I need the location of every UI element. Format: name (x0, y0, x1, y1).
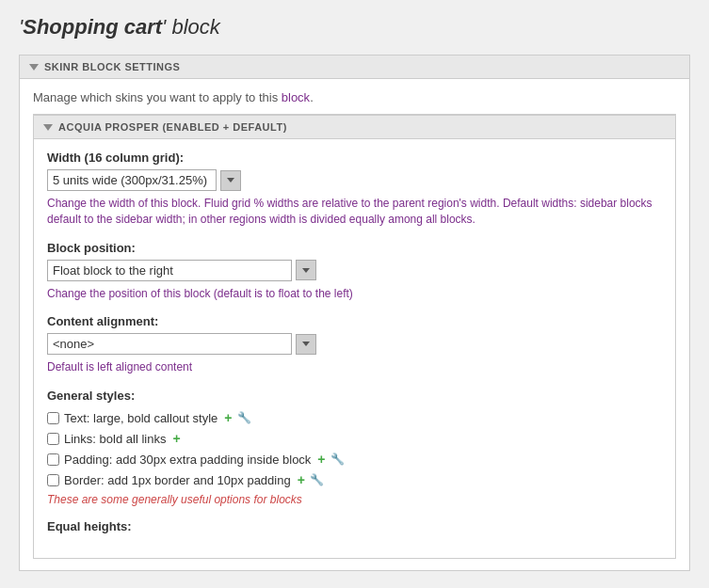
equal-heights-group: Equal heights: (47, 519, 662, 533)
skinr-section-panel: Skinr Block Settings Manage which skins … (19, 55, 690, 571)
general-styles-label: General styles: (47, 389, 662, 403)
width-hint: Change the width of this block. Fluid gr… (47, 196, 662, 228)
general-styles-group: General styles: Text: large, bold callou… (47, 389, 662, 506)
manage-text-after: . (310, 90, 314, 104)
skinr-section-body: Manage which skins you want to apply to … (20, 79, 689, 570)
manage-text-before: Manage which skins you want to apply to … (33, 90, 282, 104)
content-alignment-label: Content alignment: (47, 314, 662, 328)
links-style-checkbox[interactable] (47, 433, 59, 445)
manage-block-link[interactable]: block (282, 90, 310, 104)
list-item: Links: bold all links + (47, 431, 662, 446)
block-position-hint: Change the position of this block (defau… (47, 286, 662, 302)
acquia-section-panel: Acquia Prosper (Enabled + Default) Width… (33, 114, 676, 559)
skinr-section-title: Skinr Block Settings (44, 61, 180, 72)
links-style-plus-icon[interactable]: + (172, 431, 180, 446)
content-alignment-select-arrow[interactable] (296, 334, 316, 355)
text-style-wrench-icon[interactable]: 🔧 (237, 411, 251, 424)
width-label: Width (16 column grid): (47, 151, 662, 165)
padding-style-checkbox[interactable] (47, 453, 59, 466)
border-style-checkbox[interactable] (47, 474, 59, 486)
generally-useful-text: These are some generally useful options … (47, 493, 662, 506)
padding-style-label: Padding: add 30px extra padding inside b… (64, 453, 311, 467)
page-title-bold: Shopping cart (23, 15, 162, 39)
content-alignment-field-group: Content alignment: <none> Default is lef… (47, 314, 662, 375)
acquia-collapse-icon[interactable] (43, 124, 53, 131)
page-container: 'Shopping cart' block Skinr Block Settin… (0, 0, 709, 586)
block-position-field-group: Block position: Float block to the right… (47, 241, 662, 302)
border-style-label: Border: add 1px border and 10px padding (64, 473, 291, 487)
block-position-select-arrow[interactable] (296, 260, 316, 280)
list-item: Border: add 1px border and 10px padding … (47, 472, 662, 487)
width-select-arrow[interactable] (220, 170, 241, 191)
equal-heights-label: Equal heights: (47, 519, 662, 533)
block-position-label: Block position: (47, 241, 662, 255)
padding-style-wrench-icon[interactable]: 🔧 (330, 453, 345, 466)
list-item: Padding: add 30px extra padding inside b… (47, 452, 662, 467)
page-title: 'Shopping cart' block (19, 15, 690, 40)
width-field-group: Width (16 column grid): 5 units wide (30… (47, 151, 662, 228)
block-position-select[interactable]: Float block to the right (47, 260, 292, 281)
content-alignment-select[interactable]: <none> (47, 333, 292, 355)
padding-style-plus-icon[interactable]: + (317, 452, 325, 467)
links-style-label: Links: bold all links (64, 432, 166, 446)
text-style-label: Text: large, bold callout style (64, 411, 218, 425)
border-style-plus-icon[interactable]: + (298, 472, 305, 487)
block-position-select-wrapper: Float block to the right (47, 260, 662, 281)
width-select[interactable]: 5 units wide (300px/31.25%) (47, 169, 217, 191)
acquia-section-title: Acquia Prosper (Enabled + Default) (58, 121, 287, 133)
acquia-section-body: Width (16 column grid): 5 units wide (30… (34, 139, 675, 558)
width-select-wrapper: 5 units wide (300px/31.25%) (47, 169, 662, 191)
text-style-plus-icon[interactable]: + (224, 410, 232, 425)
content-alignment-hint: Default is left aligned content (47, 359, 662, 375)
content-alignment-select-wrapper: <none> (47, 333, 662, 355)
text-style-checkbox[interactable] (47, 412, 59, 424)
skinr-collapse-icon[interactable] (29, 64, 39, 71)
skinr-section-header: Skinr Block Settings (20, 56, 689, 79)
border-style-wrench-icon[interactable]: 🔧 (310, 473, 324, 486)
manage-text: Manage which skins you want to apply to … (33, 90, 676, 104)
list-item: Text: large, bold callout style + 🔧 (47, 410, 662, 425)
acquia-section-header: Acquia Prosper (Enabled + Default) (34, 115, 675, 139)
